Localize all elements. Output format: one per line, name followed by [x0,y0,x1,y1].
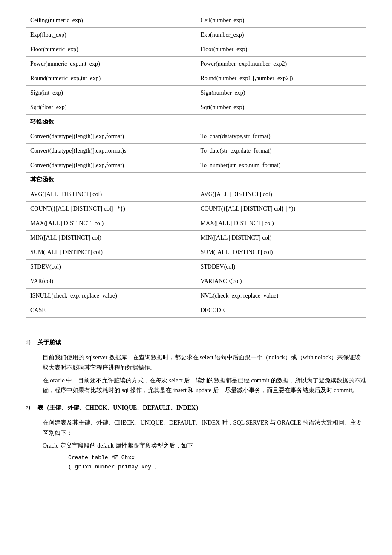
table-cell-right: Round(number_exp1 [,number_exp2]) [196,71,366,86]
table-cell-right: MAX([ALL | DISTINCT] col) [196,216,366,231]
section-d-content: 目前我们使用的 sqlserver 数据库，在查询数据时，都要求在 select… [43,353,366,396]
table-row: AVG([ALL | DISTINCT] col)AVG([ALL | DIST… [26,187,366,202]
code-line-2: ( ghlxh number primay key , [68,463,366,472]
section-e: e) 表（主键、外键、CHECK、UNIQUE、DEFAULT、INDEX） 在… [26,404,366,472]
section-e-label: e) 表（主键、外键、CHECK、UNIQUE、DEFAULT、INDEX） [26,404,366,414]
empty-cell [196,318,366,326]
table-cell-right: To_number(str_exp,num_format) [196,158,366,173]
table-cell-left: Sign(int_exp) [26,86,196,100]
table-cell-left: ISNULL(check_exp, replace_value) [26,289,196,303]
table-row: STDEV(col)STDDEV(col) [26,260,366,274]
table-cell-left: Sqrt(float_exp) [26,100,196,115]
table-cell-right: To_date(str_exp,date_format) [196,144,366,158]
section-d-label: d) 关于脏读 [26,339,366,349]
table-cell-right: STDDEV(col) [196,260,366,274]
table-cell-left: MAX([ALL | DISTINCT] col) [26,216,196,231]
table-row: COUNT({[ALL | DISTINCT] col] | *})COUNT(… [26,202,366,216]
table-row: Convert(datatype[(length)],exp,format)To… [26,129,366,144]
table-cell-right: Ceil(number_exp) [196,13,366,28]
table-cell-left: COUNT({[ALL | DISTINCT] col] | *}) [26,202,196,216]
section-e-content: 在创建表及其主键、外键、CHECK、UNIQUE、DEFAULT、INDEX 时… [43,418,366,472]
table-row: Power(numeric_exp,int_exp)Power(number_e… [26,57,366,71]
table-cell-left: CASE [26,303,196,318]
table-row: Convert(datatype[(length)],exp,format)sT… [26,144,366,158]
table-row: Ceiling(numeric_exp)Ceil(number_exp) [26,13,366,28]
table-row: Sqrt(float_exp)Sqrt(number_exp) [26,100,366,115]
table-cell-left: Convert(datatype[(length)],exp,format) [26,158,196,173]
section-e-code: Create table MZ_Ghxx ( ghlxh number prim… [68,454,366,472]
section-d-para-1: 目前我们使用的 sqlserver 数据库，在查询数据时，都要求在 select… [43,353,366,373]
table-row: Floor(numeric_exp)Floor(number_exp) [26,42,366,57]
table-row: Sign(int_exp)Sign(number_exp) [26,86,366,100]
table-cell-right: Exp(number_exp) [196,28,366,42]
table-row: Round(numeric_exp,int_exp)Round(number_e… [26,71,366,86]
table-cell-left: Convert(datatype[(length)],exp,format) [26,129,196,144]
table-cell-right: Power(number_exp1,number_exp2) [196,57,366,71]
table-cell-left: Power(numeric_exp,int_exp) [26,57,196,71]
table-cell-right: SUM([ALL | DISTINCT] col) [196,245,366,260]
table-row [26,318,366,326]
table-cell-right: MIN([ALL | DISTINCT] col) [196,231,366,245]
table-cell-right: VARIANCE(col) [196,274,366,289]
section-e-title: 表（主键、外键、CHECK、UNIQUE、DEFAULT、INDEX） [37,404,202,412]
table-row: CASEDECODE [26,303,366,318]
table-cell-left: MIN([ALL | DISTINCT] col) [26,231,196,245]
table-row: VAR(col)VARIANCE(col) [26,274,366,289]
table-cell-left: SUM([ALL | DISTINCT] col) [26,245,196,260]
table-cell-left: Round(numeric_exp,int_exp) [26,71,196,86]
table-cell-right: NVL(check_exp, replace_value) [196,289,366,303]
table-cell-left: Floor(numeric_exp) [26,42,196,57]
table-row: 其它函数 [26,173,366,187]
table-row: MAX([ALL | DISTINCT] col)MAX([ALL | DIST… [26,216,366,231]
table-section-header: 转换函数 [26,115,366,129]
comparison-table: Ceiling(numeric_exp)Ceil(number_exp)Exp(… [26,13,366,326]
table-row: MIN([ALL | DISTINCT] col)MIN([ALL | DIST… [26,231,366,245]
table-cell-right: COUNT({[ALL | DISTINCT] col} | *)) [196,202,366,216]
section-e-para-1: 在创建表及其主键、外键、CHECK、UNIQUE、DEFAULT、INDEX 时… [43,418,366,438]
table-section-header: 其它函数 [26,173,366,187]
section-e-letter: e) [26,404,34,411]
section-e-para-2: Oracle 定义字段段的 default 属性紧跟字段类型之后，如下： [43,441,366,451]
table-row: SUM([ALL | DISTINCT] col)SUM([ALL | DIST… [26,245,366,260]
table-row: Exp(float_exp)Exp(number_exp) [26,28,366,42]
table-cell-right: AVG([ALL | DISTINCT] col) [196,187,366,202]
table-row: ISNULL(check_exp, replace_value)NVL(chec… [26,289,366,303]
table-row: Convert(datatype[(length)],exp,format)To… [26,158,366,173]
function-comparison-table: Ceiling(numeric_exp)Ceil(number_exp)Exp(… [26,13,366,326]
table-cell-left: AVG([ALL | DISTINCT] col) [26,187,196,202]
table-cell-left: VAR(col) [26,274,196,289]
table-cell-left: Ceiling(numeric_exp) [26,13,196,28]
table-cell-right: Floor(number_exp) [196,42,366,57]
code-line-1: Create table MZ_Ghxx [68,454,366,462]
empty-cell [26,318,196,326]
table-cell-left: STDEV(col) [26,260,196,274]
section-d: d) 关于脏读 目前我们使用的 sqlserver 数据库，在查询数据时，都要求… [26,339,366,396]
table-cell-left: Exp(float_exp) [26,28,196,42]
table-row: 转换函数 [26,115,366,129]
section-d-letter: d) [26,339,34,346]
section-d-para-2: 在 oracle 中，目前还不允许脏读的方式，在每次 select 后，读到的数… [43,376,366,396]
table-cell-left: Convert(datatype[(length)],exp,format)s [26,144,196,158]
table-cell-right: To_char(datatype,str_format) [196,129,366,144]
table-cell-right: DECODE [196,303,366,318]
table-cell-right: Sign(number_exp) [196,86,366,100]
section-d-title: 关于脏读 [37,339,61,347]
table-cell-right: Sqrt(number_exp) [196,100,366,115]
